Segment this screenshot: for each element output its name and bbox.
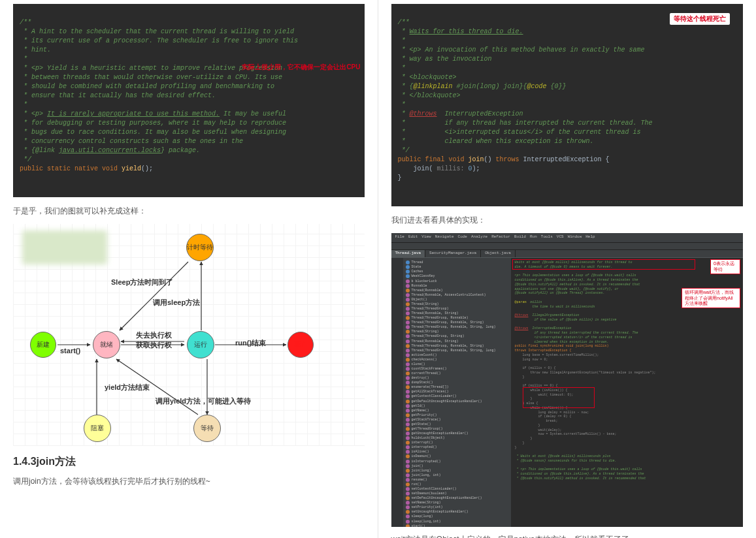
annot-loop: 循环调用wait方法，而线程终止了会调用notifyAll方法来唤醒	[682, 288, 740, 308]
ide-structure-tree[interactable]: ThreadStateCachesWeakClassKeyb blockerLo…	[403, 258, 511, 527]
tree-item[interactable]: Thread(Runnable, AccessControlContext)	[406, 293, 508, 298]
menu-window[interactable]: Window	[568, 234, 582, 241]
ide-menubar[interactable]: FileEditViewNavigateCodeAnalyzeRefactorB…	[391, 233, 744, 242]
tree-item[interactable]: run()	[406, 483, 508, 487]
para-wait-native: wait方法是在Object上定义的，它是native本地方法，所以就看不了了：	[391, 533, 744, 538]
tree-item[interactable]: Thread(String)	[406, 302, 508, 307]
highlight-box-top	[512, 259, 695, 270]
node-timed: 计时等待	[186, 234, 214, 261]
tree-item[interactable]: Thread	[406, 261, 508, 265]
tree-item[interactable]: activeCount()	[406, 353, 508, 358]
ide-gutter	[391, 258, 403, 527]
tab-securitymanager-java[interactable]: SecurityManager.java	[425, 250, 481, 257]
lbl-lose: 失去执行权	[136, 330, 172, 340]
tree-item[interactable]: getName()	[406, 409, 508, 413]
tree-item[interactable]: resume()	[406, 478, 508, 483]
tree-item[interactable]: join(long, int)	[406, 473, 508, 478]
tree-item[interactable]: setPriority(int)	[406, 505, 508, 510]
tree-item[interactable]: Thread(ThreadGroup, Runnable, String, lo…	[406, 325, 508, 330]
tree-item[interactable]: setName(String)	[406, 501, 508, 505]
tree-item[interactable]: enumerate(Thread[])	[406, 385, 508, 390]
ide-tabs[interactable]: Thread.javaSecurityManager.javaObject.ja…	[391, 250, 744, 258]
tab-thread-java[interactable]: Thread.java	[391, 250, 426, 257]
tree-item[interactable]: getPriority()	[406, 413, 508, 418]
tree-item[interactable]: getState()	[406, 422, 508, 427]
blurred-region	[22, 230, 107, 264]
tree-item[interactable]: countStackFrames()	[406, 367, 508, 372]
annot-wait-die: 等待这个线程死亡	[670, 13, 730, 25]
menu-build[interactable]: Build	[514, 234, 526, 241]
tree-item[interactable]: holdsLock(Object)	[406, 436, 508, 441]
tree-item[interactable]: getDefaultUncaughtExceptionHandler()	[406, 400, 508, 404]
menu-view[interactable]: View	[421, 234, 431, 241]
tree-item[interactable]: getAllStackTraces()	[406, 390, 508, 394]
lbl-yieldend: yield方法结束	[105, 383, 150, 392]
tree-item[interactable]: Caches	[406, 270, 508, 274]
tree-item[interactable]: Thread(ThreadGroup, Runnable, String)	[406, 344, 508, 349]
tree-item[interactable]: getContextClassLoader()	[406, 394, 508, 399]
menu-refactor[interactable]: Refactor	[491, 234, 510, 241]
tree-item[interactable]: interrupt()	[406, 441, 508, 445]
tree-item[interactable]: getUncaughtExceptionHandler()	[406, 432, 508, 436]
tree-item[interactable]: isDaemon()	[406, 454, 508, 459]
lbl-callsleep: 调用sleep方法	[153, 298, 200, 308]
tree-item[interactable]: setUncaughtExceptionHandler()	[406, 510, 508, 514]
menu-navigate[interactable]: Navigate	[435, 234, 454, 241]
tree-item[interactable]: join()	[406, 464, 508, 469]
tree-item[interactable]: setDaemon(boolean)	[406, 492, 508, 496]
tree-item[interactable]: b blockerLock	[406, 279, 508, 284]
tree-item[interactable]: start()	[406, 524, 508, 528]
menu-help[interactable]: Help	[585, 234, 595, 241]
heading-join: 1.4.3join方法	[13, 455, 365, 469]
node-run: 运行	[187, 331, 214, 358]
tree-item[interactable]: Thread(ThreadGroup)	[406, 307, 508, 311]
tree-item[interactable]: destroy()	[406, 376, 508, 381]
tree-item[interactable]: Thread(String)	[406, 330, 508, 334]
menu-code[interactable]: Code	[458, 234, 467, 241]
tree-item[interactable]: dumpStack()	[406, 381, 508, 385]
tree-item[interactable]: sleep(long)	[406, 514, 508, 519]
menu-edit[interactable]: Edit	[408, 234, 418, 241]
tree-item[interactable]: Runnable	[406, 284, 508, 289]
tree-item[interactable]: clone()	[406, 362, 508, 367]
tree-item[interactable]: isAlive()	[406, 450, 508, 454]
tree-item[interactable]: interrupted()	[406, 445, 508, 450]
tree-item[interactable]: getThreadGroup()	[406, 427, 508, 432]
menu-tools[interactable]: Tools	[541, 234, 553, 241]
tree-item[interactable]: Thread(Runnable)	[406, 289, 508, 293]
tree-item[interactable]: sleep(long,int)	[406, 520, 508, 524]
tree-item[interactable]: Thread(ThreadGroup, Runnable)	[406, 316, 508, 321]
menu-vcs[interactable]: VCS	[557, 234, 564, 241]
tree-item[interactable]: Object()	[406, 298, 508, 302]
tree-item[interactable]: setContextClassLoader()	[406, 487, 508, 492]
tree-item[interactable]: setDefaultUncaughtExceptionHandler()	[406, 496, 508, 501]
menu-run[interactable]: Run	[530, 234, 537, 241]
tree-item[interactable]: Thread(ThreadGroup, Runnable, String)	[406, 321, 508, 325]
node-ready: 就绪	[93, 331, 120, 358]
tree-item[interactable]: Thread(ThreadGroup, String)	[406, 334, 508, 339]
tree-item[interactable]: Thread(Runnable, String)	[406, 340, 508, 344]
tree-item[interactable]: isInterrupted()	[406, 460, 508, 464]
state-diagram: 新建 就绪 运行 死亡 计时等待 阻塞 等待 start() Sleep方法时间…	[13, 224, 365, 446]
tree-item[interactable]: getStackTrace()	[406, 418, 508, 422]
tree-item[interactable]: join(long)	[406, 469, 508, 473]
menu-analyze[interactable]: Analyze	[471, 234, 487, 241]
menu-file[interactable]: File	[395, 234, 404, 241]
tab-object-java[interactable]: Object.java	[481, 250, 516, 257]
lbl-runend: run()结束	[235, 338, 266, 348]
ide-editor[interactable]: Waits at most {@code millis} millisecond…	[511, 258, 744, 527]
tree-item[interactable]: Thread(ThreadGroup, Runnable, String, lo…	[406, 349, 508, 353]
tree-item[interactable]: Thread(Runnable, String)	[406, 311, 508, 316]
tree-item[interactable]: currentThread()	[406, 372, 508, 376]
ide-toolbar[interactable]	[391, 242, 744, 250]
tree-item[interactable]: WeakClassKey	[406, 274, 508, 279]
tree-item[interactable]: State	[406, 265, 508, 270]
lbl-sleep-end: Sleep方法时间到了	[111, 277, 173, 287]
lbl-get: 获取执行权	[136, 340, 172, 350]
svg-line-5	[120, 262, 188, 330]
tree-item[interactable]: getId()	[406, 404, 508, 409]
lbl-start: start()	[60, 347, 80, 355]
tree-item[interactable]: checkAccess()	[406, 358, 508, 362]
highlight-box-wait	[523, 387, 595, 408]
annot-yield: 实际上很少用，它不确保一定会让出CPU	[242, 63, 360, 72]
